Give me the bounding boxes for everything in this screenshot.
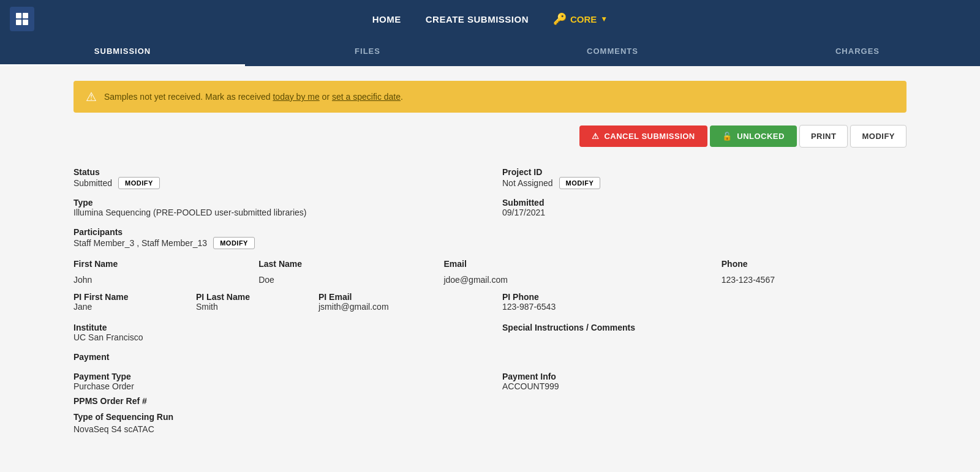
cancel-warning-icon: ⚠ <box>592 132 600 141</box>
user-first-name: John <box>74 272 258 287</box>
navbar: HOME CREATE SUBMISSION 🔑 CORE ▼ <box>0 0 980 38</box>
nav-core[interactable]: 🔑 CORE ▼ <box>553 12 608 26</box>
key-icon: 🔑 <box>553 12 567 26</box>
cancel-submission-button[interactable]: ⚠ CANCEL SUBMISSION <box>579 125 707 147</box>
submitted-block: Submitted 09/17/2021 <box>502 193 907 217</box>
pi-phone-label: PI Phone <box>502 292 907 302</box>
pi-email-value: jsmith@gmail.com <box>318 302 502 312</box>
participants-value-row: Staff Member_3 , Staff Member_13 MODIFY <box>74 237 907 249</box>
status-value: Submitted <box>74 178 112 188</box>
participants-label: Participants <box>74 227 907 237</box>
modify-button[interactable]: MODIFY <box>850 125 907 148</box>
ppms-block: PPMS Order Ref # <box>74 396 907 406</box>
warning-link-today[interactable]: today by me <box>273 92 319 102</box>
project-id-label: Project ID <box>502 167 907 177</box>
user-last-name: Doe <box>258 272 443 287</box>
type-block: Type Illumina Sequencing (PRE-POOLED use… <box>74 193 478 217</box>
warning-text: Samples not yet received. Mark as receiv… <box>104 92 403 102</box>
print-button[interactable]: PRINT <box>799 125 848 148</box>
payment-section: Payment Type Purchase Order Payment Info… <box>74 367 907 391</box>
project-id-value-row: Not Assigned MODIFY <box>502 177 907 189</box>
project-id-modify-btn[interactable]: MODIFY <box>559 177 601 189</box>
status-value-row: Submitted MODIFY <box>74 177 478 189</box>
payment-type-label: Payment Type <box>74 372 478 381</box>
tab-files[interactable]: FILES <box>245 38 490 66</box>
pi-first-name-label: PI First Name <box>74 292 196 302</box>
sequencing-run-block: Type of Sequencing Run NovaSeq S4 scATAC <box>74 412 907 434</box>
warning-banner: ⚠ Samples not yet received. Mark as rece… <box>74 81 907 113</box>
payment-header: Payment <box>74 352 907 362</box>
submitted-label: Submitted <box>502 198 907 208</box>
tab-bar: SUBMISSION FILES COMMENTS CHARGES <box>0 38 980 66</box>
table-row: John Doe jdoe@gmail.com 123-123-4567 <box>74 272 907 287</box>
type-label: Type <box>74 198 478 208</box>
pi-first-name-value: Jane <box>74 302 196 312</box>
participants-value: Staff Member_3 , Staff Member_13 <box>74 238 207 248</box>
project-id-block: Project ID Not Assigned MODIFY <box>502 162 907 189</box>
chevron-down-icon: ▼ <box>600 15 608 23</box>
action-bar: ⚠ CANCEL SUBMISSION 🔓 UNLOCKED PRINT MOD… <box>74 125 907 148</box>
svg-rect-3 <box>23 20 28 25</box>
pi-phone-value: 123-987-6543 <box>502 302 907 312</box>
user-phone: 123-123-4567 <box>722 272 907 287</box>
user-email: jdoe@gmail.com <box>443 272 721 287</box>
status-modify-btn[interactable]: MODIFY <box>118 177 160 189</box>
institute-value: UC San Francisco <box>74 332 478 342</box>
sequencing-run-value: NovaSeq S4 scATAC <box>74 424 907 434</box>
tab-submission[interactable]: SUBMISSION <box>0 38 245 66</box>
special-instructions-block: Special Instructions / Comments <box>502 318 907 342</box>
nav-core-label: CORE <box>570 14 597 24</box>
status-block: Status Submitted MODIFY <box>74 162 478 189</box>
payment-type-block: Payment Type Purchase Order <box>74 367 478 391</box>
main-content: ⚠ Samples not yet received. Mark as rece… <box>61 66 919 449</box>
phone-header: Phone <box>722 255 907 272</box>
ppms-label: PPMS Order Ref # <box>74 396 907 406</box>
status-section: Status Submitted MODIFY Project ID Not A… <box>74 162 907 217</box>
warning-icon: ⚠ <box>86 89 97 104</box>
app-logo <box>10 7 34 31</box>
tab-charges[interactable]: CHARGES <box>735 38 980 66</box>
type-value: Illumina Sequencing (PRE-POOLED user-sub… <box>74 208 478 217</box>
institute-section: Institute UC San Francisco Special Instr… <box>74 318 907 342</box>
pi-row: PI First Name Jane PI Last Name Smith PI… <box>74 292 907 312</box>
payment-info-block: Payment Info ACCOUNT999 <box>502 367 907 391</box>
participants-modify-btn[interactable]: MODIFY <box>213 237 255 249</box>
participants-block: Participants Staff Member_3 , Staff Memb… <box>74 227 907 249</box>
first-name-header: First Name <box>74 255 258 272</box>
lock-open-icon: 🔓 <box>722 132 733 141</box>
institute-label: Institute <box>74 323 478 332</box>
pi-last-name-value: Smith <box>196 302 318 312</box>
svg-rect-1 <box>23 13 28 18</box>
svg-rect-2 <box>16 20 21 25</box>
special-instructions-label: Special Instructions / Comments <box>502 323 907 332</box>
svg-rect-0 <box>16 13 21 18</box>
nav-home[interactable]: HOME <box>372 14 401 24</box>
payment-info-label: Payment Info <box>502 372 907 381</box>
nav-create-submission[interactable]: CREATE SUBMISSION <box>426 14 529 24</box>
email-header: Email <box>443 255 721 272</box>
payment-info-value: ACCOUNT999 <box>502 381 907 391</box>
submitted-value: 09/17/2021 <box>502 208 907 217</box>
pi-email-label: PI Email <box>318 292 502 302</box>
warning-link-date[interactable]: set a specific date <box>332 92 401 102</box>
project-id-value: Not Assigned <box>502 178 553 188</box>
sequencing-run-label: Type of Sequencing Run <box>74 412 907 422</box>
last-name-header: Last Name <box>258 255 443 272</box>
tab-comments[interactable]: COMMENTS <box>490 38 735 66</box>
payment-type-value: Purchase Order <box>74 381 478 391</box>
status-label: Status <box>74 167 478 177</box>
pi-last-name-label: PI Last Name <box>196 292 318 302</box>
unlocked-button[interactable]: 🔓 UNLOCKED <box>710 125 797 147</box>
institute-block: Institute UC San Francisco <box>74 318 478 342</box>
user-table: First Name Last Name Email Phone John Do… <box>74 255 907 287</box>
